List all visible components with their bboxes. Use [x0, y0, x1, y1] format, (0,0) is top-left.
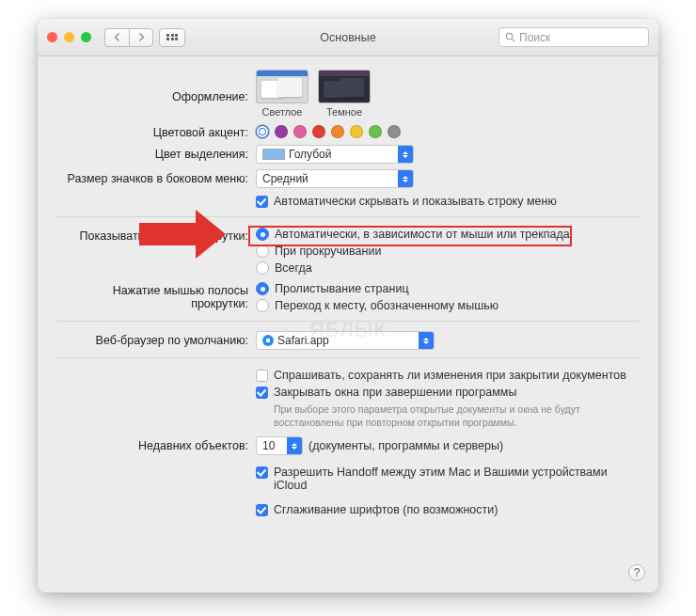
close-icon[interactable] [47, 32, 57, 42]
safari-icon [262, 335, 274, 346]
sidebar-icon-select[interactable]: Средний [256, 169, 414, 188]
recent-label: Недавних объектов: [56, 436, 256, 452]
scrollbars-radio-1[interactable]: При прокручивании [256, 244, 640, 259]
accent-color-5[interactable] [350, 125, 363, 138]
radio-icon [256, 261, 269, 275]
sidebar-icon-label: Размер значков в боковом меню: [56, 169, 256, 185]
divider [56, 321, 640, 322]
recent-select[interactable]: 10 [256, 436, 303, 455]
appearance-label: Оформление: [56, 70, 256, 103]
browser-select[interactable]: Safari.app [256, 331, 435, 350]
radio-icon [256, 299, 269, 312]
svg-line-1 [512, 39, 514, 41]
chevron-left-icon [114, 33, 120, 41]
zoom-icon[interactable] [81, 32, 91, 42]
color-chip-icon [262, 149, 285, 160]
chevron-right-icon [138, 33, 145, 41]
scrollclick-radio-0[interactable]: Пролистывание страниц [256, 281, 640, 296]
traffic-lights [47, 32, 91, 42]
accent-label: Цветовой акцент: [56, 123, 256, 139]
appearance-dark[interactable]: Темное [318, 70, 371, 118]
checkbox-icon [256, 387, 268, 399]
checkbox-icon [256, 466, 268, 479]
accent-color-1[interactable] [275, 125, 288, 138]
scrollclick-radio-1[interactable]: Переход к месту, обозначенному мышью [256, 298, 640, 313]
search-placeholder: Поиск [519, 31, 550, 44]
scrollbars-radio-0[interactable]: Автоматически, в зависимости от мыши или… [256, 227, 640, 242]
highlight-select[interactable]: Голубой [256, 145, 414, 164]
chevron-updown-icon [398, 146, 413, 163]
checkbox-icon [256, 504, 268, 516]
autohide-menubar-checkbox[interactable]: Автоматически скрывать и показывать стро… [256, 194, 640, 209]
accent-color-6[interactable] [369, 125, 382, 138]
titlebar: Основные Поиск [38, 19, 658, 56]
chevron-updown-icon [287, 437, 302, 454]
scroll-click-label: Нажатие мышью полосы прокрутки: [56, 281, 256, 310]
chevron-updown-icon [398, 170, 413, 187]
handoff-checkbox[interactable]: Разрешить Handoff между этим Mac и Вашим… [256, 465, 640, 493]
svg-point-0 [506, 33, 512, 39]
checkbox-icon [256, 370, 268, 382]
show-all-button[interactable] [159, 28, 185, 47]
scrollbars-radio-2[interactable]: Всегда [256, 261, 640, 276]
accent-color-7[interactable] [388, 125, 401, 138]
help-button[interactable]: ? [628, 564, 645, 581]
nav-buttons [104, 28, 153, 47]
radio-icon [256, 282, 269, 295]
minimize-icon[interactable] [64, 32, 74, 42]
close-windows-sub: При выборе этого параметра открытые доку… [274, 403, 640, 429]
font-smoothing-checkbox[interactable]: Сглаживание шрифтов (по возможности) [256, 502, 640, 517]
accent-color-4[interactable] [331, 125, 344, 138]
browser-label: Веб-браузер по умолчанию: [56, 331, 256, 347]
radio-icon [256, 228, 269, 241]
back-button[interactable] [104, 28, 129, 47]
accent-color-3[interactable] [312, 125, 325, 138]
accent-color-2[interactable] [293, 125, 307, 138]
appearance-light[interactable]: Светлое [256, 70, 308, 118]
search-input[interactable]: Поиск [498, 27, 649, 47]
grid-icon [166, 34, 178, 41]
annotation-arrow-icon [139, 210, 226, 259]
accent-colors [256, 123, 640, 138]
content: Оформление: Светлое Темное [38, 56, 658, 532]
checkbox-icon [256, 196, 268, 208]
radio-icon [256, 245, 269, 258]
highlight-label: Цвет выделения: [56, 145, 256, 161]
close-windows-checkbox[interactable]: Закрывать окна при завершении программы [256, 385, 640, 400]
divider [56, 357, 640, 358]
ask-save-checkbox[interactable]: Спрашивать, сохранять ли изменения при з… [256, 368, 640, 383]
search-icon [505, 32, 515, 42]
accent-color-0[interactable] [256, 125, 269, 138]
forward-button[interactable] [129, 28, 153, 47]
preferences-window: Основные Поиск Оформление: Светлое [38, 19, 658, 592]
chevron-updown-icon [419, 332, 434, 349]
recent-suffix: (документы, программы и серверы) [308, 439, 503, 452]
